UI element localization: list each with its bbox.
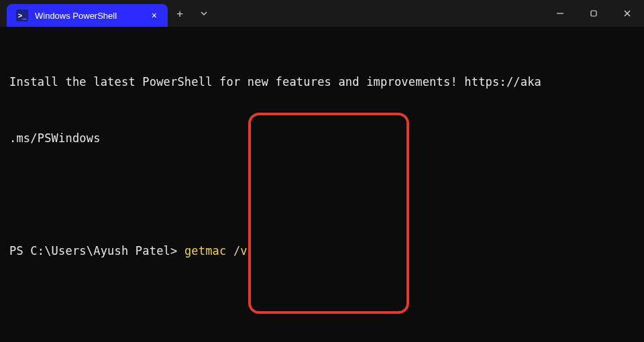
- maximize-icon: [590, 9, 598, 17]
- minimize-button[interactable]: [543, 0, 577, 27]
- terminal-output[interactable]: Install the latest PowerShell for new fe…: [0, 27, 644, 342]
- close-button[interactable]: [610, 0, 644, 27]
- new-tab-button[interactable]: +: [168, 1, 192, 25]
- powershell-icon: >_: [16, 9, 28, 21]
- window-controls: [543, 0, 644, 27]
- prompt-line: PS C:\Users\Ayush Patel> getmac /v: [9, 241, 635, 260]
- minimize-icon: [556, 9, 564, 17]
- chevron-down-icon: [199, 9, 209, 18]
- tab-label: Windows PowerShell: [35, 11, 141, 21]
- active-tab[interactable]: >_ Windows PowerShell ×: [7, 4, 168, 27]
- prompt-prefix: PS C:\Users\Ayush Patel>: [9, 244, 184, 258]
- command-text: getmac /v: [184, 244, 248, 258]
- titlebar: >_ Windows PowerShell × +: [0, 0, 644, 27]
- banner-line: Install the latest PowerShell for new fe…: [9, 72, 635, 91]
- close-tab-button[interactable]: ×: [148, 9, 161, 22]
- svg-rect-1: [591, 11, 596, 16]
- blank-line: [9, 185, 635, 204]
- banner-line: .ms/PSWindows: [9, 129, 635, 148]
- maximize-button[interactable]: [577, 0, 610, 27]
- titlebar-left: >_ Windows PowerShell × +: [0, 0, 216, 27]
- blank-line: [9, 298, 635, 317]
- close-icon: [623, 9, 631, 17]
- tab-dropdown-button[interactable]: [192, 1, 216, 25]
